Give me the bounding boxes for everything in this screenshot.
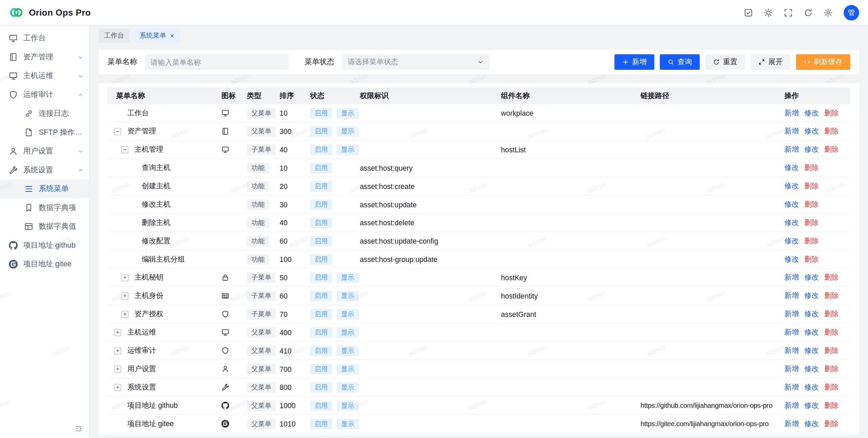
action-add[interactable]: 新增 — [784, 401, 798, 409]
reset-button[interactable]: 重置 — [705, 54, 745, 70]
sidebar-item-system-menu[interactable]: 系统菜单 — [0, 179, 89, 198]
refresh-icon[interactable] — [800, 4, 817, 21]
action-edit[interactable]: 修改 — [804, 310, 818, 318]
action-edit[interactable]: 修改 — [784, 182, 798, 190]
actions-cell: 新增修改删除 — [784, 382, 850, 392]
action-delete[interactable]: 删除 — [804, 255, 818, 263]
action-add[interactable]: 新增 — [784, 273, 798, 281]
action-add[interactable]: 新增 — [784, 383, 798, 391]
expand-row-icon[interactable]: + — [121, 310, 129, 318]
menu-name: 主机身份 — [135, 291, 163, 301]
sidebar-item-sftp-log[interactable]: SFTP 操作日志 — [0, 123, 89, 142]
action-edit[interactable]: 修改 — [784, 200, 798, 208]
action-delete[interactable]: 删除 — [804, 236, 818, 245]
gear-icon[interactable] — [819, 4, 837, 21]
action-add[interactable]: 新增 — [784, 419, 798, 427]
sidebar-item-dict-keys[interactable]: 数据字典项 — [0, 198, 89, 217]
tab-0[interactable]: 工作台 — [99, 28, 130, 42]
sidebar-item-gitee[interactable]: 项目地址 gitee — [0, 255, 89, 274]
action-delete[interactable]: 删除 — [824, 383, 839, 391]
action-add[interactable]: 新增 — [784, 127, 798, 135]
action-edit[interactable]: 修改 — [784, 164, 798, 172]
action-add[interactable]: 新增 — [784, 310, 798, 318]
sidebar-item-asset-management[interactable]: 资产管理 — [0, 47, 89, 66]
action-add[interactable]: 新增 — [784, 364, 798, 373]
action-edit[interactable]: 修改 — [804, 109, 818, 117]
menu-name: 主机运维 — [127, 327, 156, 337]
action-delete[interactable]: 删除 — [824, 127, 839, 135]
action-delete[interactable]: 删除 — [804, 218, 818, 226]
action-add[interactable]: 新增 — [784, 145, 798, 153]
tab-1[interactable]: 系统菜单× — [134, 28, 180, 42]
action-delete[interactable]: 删除 — [824, 109, 839, 117]
expand-row-icon[interactable]: + — [121, 292, 129, 299]
type-cell: 功能 — [247, 217, 279, 228]
logo-wrap[interactable]: Orion Ops Pro — [9, 5, 91, 20]
expand-row-icon[interactable]: + — [114, 329, 121, 336]
action-delete[interactable]: 删除 — [824, 310, 839, 318]
action-delete[interactable]: 删除 — [804, 200, 818, 208]
sidebar-item-host-ops[interactable]: 主机运维 — [0, 66, 89, 85]
action-add[interactable]: 新增 — [784, 346, 798, 354]
action-delete[interactable]: 删除 — [824, 364, 839, 373]
fullscreen-icon[interactable] — [780, 4, 797, 21]
avatar[interactable]: 管 — [844, 5, 859, 20]
sidebar-item-connect-log[interactable]: 连接日志 — [0, 104, 89, 123]
action-delete[interactable]: 删除 — [824, 401, 839, 409]
expand-row-icon[interactable]: + — [114, 347, 121, 354]
action-edit[interactable]: 修改 — [804, 346, 818, 354]
action-delete[interactable]: 删除 — [824, 346, 839, 354]
menu-name-input[interactable] — [145, 54, 289, 70]
action-delete[interactable]: 删除 — [804, 164, 818, 172]
refresh-cache-button[interactable]: 刷新缓存 — [796, 54, 850, 70]
sidebar-item-label: 数据字典项 — [39, 203, 83, 213]
action-delete[interactable]: 删除 — [824, 145, 839, 153]
menu-status-select[interactable]: 请选择菜单状态 — [342, 54, 489, 70]
action-edit[interactable]: 修改 — [804, 291, 818, 300]
action-delete[interactable]: 删除 — [804, 182, 818, 190]
status-badge-enabled: 启用 — [310, 309, 332, 319]
action-edit[interactable]: 修改 — [804, 364, 818, 373]
action-edit[interactable]: 修改 — [804, 127, 818, 135]
action-delete[interactable]: 删除 — [824, 273, 839, 281]
status-cell: 启用显示 — [310, 400, 360, 411]
sidebar-item-user-settings[interactable]: 用户设置 — [0, 142, 89, 161]
add-button[interactable]: 新增 — [614, 54, 654, 70]
collapse-row-icon[interactable]: − — [121, 146, 129, 153]
actions-cell: 新增修改删除 — [784, 272, 850, 282]
query-button[interactable]: 查询 — [660, 54, 700, 70]
action-edit[interactable]: 修改 — [804, 401, 818, 409]
action-add[interactable]: 新增 — [784, 291, 798, 300]
sidebar-item-system-settings[interactable]: 系统设置 — [0, 160, 89, 179]
link-path: https://github.com/lijiahangmax/orion-op… — [640, 402, 784, 410]
close-icon[interactable]: × — [170, 32, 174, 39]
collapse-row-icon[interactable]: − — [114, 128, 121, 135]
sidebar-item-dict-values[interactable]: 数据字典值 — [0, 217, 89, 236]
action-edit[interactable]: 修改 — [804, 328, 818, 336]
action-edit[interactable]: 修改 — [784, 236, 798, 245]
expand-row-icon[interactable]: + — [114, 384, 121, 391]
expand-row-icon[interactable]: + — [114, 365, 121, 373]
action-edit[interactable]: 修改 — [804, 145, 818, 153]
expand-button[interactable]: 展开 — [751, 54, 791, 70]
expand-row-icon[interactable]: + — [121, 274, 129, 281]
column-header: 组件名称 — [501, 91, 640, 101]
action-edit[interactable]: 修改 — [784, 218, 798, 226]
sidebar-item-ops-audit[interactable]: 运维审计 — [0, 85, 89, 104]
action-delete[interactable]: 删除 — [824, 419, 839, 427]
sidebar-item-github[interactable]: 项目地址 github — [0, 236, 89, 255]
action-add[interactable]: 新增 — [784, 328, 798, 336]
action-delete[interactable]: 删除 — [824, 291, 839, 300]
action-add[interactable]: 新增 — [784, 109, 798, 117]
check-square-icon[interactable] — [739, 4, 757, 21]
sidebar-item-workbench[interactable]: 工作台 — [0, 29, 89, 48]
action-edit[interactable]: 修改 — [804, 383, 818, 391]
actions-cell: 新增修改删除 — [784, 419, 850, 429]
sun-icon[interactable] — [760, 4, 777, 21]
action-edit[interactable]: 修改 — [784, 255, 798, 263]
table-row: 工作台父菜单10启用显示workplace新增修改删除 — [107, 104, 850, 122]
action-delete[interactable]: 删除 — [824, 328, 839, 336]
action-edit[interactable]: 修改 — [804, 419, 818, 427]
collapse-sidebar-icon[interactable] — [75, 425, 82, 433]
action-edit[interactable]: 修改 — [804, 273, 818, 281]
